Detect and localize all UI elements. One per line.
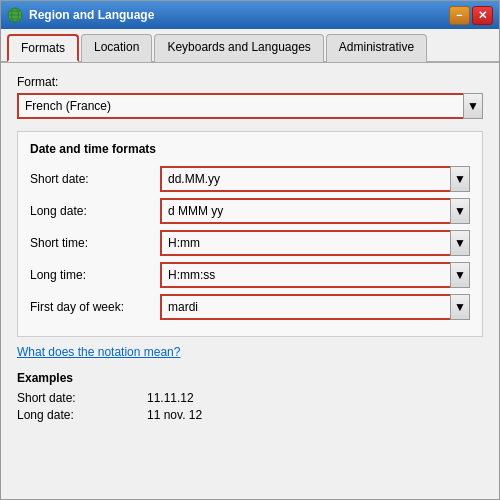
window-title: Region and Language: [29, 8, 154, 22]
title-bar: Region and Language − ✕: [1, 1, 499, 29]
examples-title: Examples: [17, 371, 483, 385]
format-dropdown[interactable]: French (France): [17, 93, 483, 119]
datetime-title: Date and time formats: [30, 142, 470, 156]
long-time-row: Long time: H:mm:ss ▼: [30, 262, 470, 288]
example-long-date: Long date: 11 nov. 12: [17, 408, 483, 422]
example-long-date-value: 11 nov. 12: [147, 408, 202, 422]
first-day-label: First day of week:: [30, 300, 160, 314]
example-short-date-value: 11.11.12: [147, 391, 194, 405]
short-time-dropdown[interactable]: H:mm: [160, 230, 470, 256]
short-time-label: Short time:: [30, 236, 160, 250]
tabs-container: Formats Location Keyboards and Languages…: [1, 29, 499, 63]
short-time-row: Short time: H:mm ▼: [30, 230, 470, 256]
long-date-row: Long date: d MMM yy ▼: [30, 198, 470, 224]
long-time-dropdown[interactable]: H:mm:ss: [160, 262, 470, 288]
long-date-label: Long date:: [30, 204, 160, 218]
globe-icon: [7, 7, 23, 23]
tab-formats[interactable]: Formats: [7, 34, 79, 62]
example-short-date: Short date: 11.11.12: [17, 391, 483, 405]
tab-location[interactable]: Location: [81, 34, 152, 62]
datetime-section: Date and time formats Short date: dd.MM.…: [17, 131, 483, 337]
short-date-row: Short date: dd.MM.yy ▼: [30, 166, 470, 192]
long-time-dropdown-wrapper: H:mm:ss ▼: [160, 262, 470, 288]
notation-link[interactable]: What does the notation mean?: [17, 345, 180, 359]
short-date-label: Short date:: [30, 172, 160, 186]
format-label: Format:: [17, 75, 483, 89]
long-date-dropdown-wrapper: d MMM yy ▼: [160, 198, 470, 224]
format-section: Format: French (France) ▼: [17, 75, 483, 119]
minimize-button[interactable]: −: [449, 6, 470, 25]
long-time-label: Long time:: [30, 268, 160, 282]
title-bar-buttons: − ✕: [449, 6, 493, 25]
title-bar-left: Region and Language: [7, 7, 154, 23]
tab-administrative[interactable]: Administrative: [326, 34, 427, 62]
example-long-date-label: Long date:: [17, 408, 147, 422]
examples-section: Examples Short date: 11.11.12 Long date:…: [17, 371, 483, 422]
content-area: Format: French (France) ▼ Date and time …: [1, 63, 499, 499]
long-date-dropdown[interactable]: d MMM yy: [160, 198, 470, 224]
first-day-row: First day of week: mardi ▼: [30, 294, 470, 320]
close-button[interactable]: ✕: [472, 6, 493, 25]
window: Region and Language − ✕ Formats Location…: [0, 0, 500, 500]
tab-keyboards[interactable]: Keyboards and Languages: [154, 34, 323, 62]
example-short-date-label: Short date:: [17, 391, 147, 405]
short-time-dropdown-wrapper: H:mm ▼: [160, 230, 470, 256]
first-day-dropdown[interactable]: mardi: [160, 294, 470, 320]
short-date-dropdown[interactable]: dd.MM.yy: [160, 166, 470, 192]
format-dropdown-wrapper: French (France) ▼: [17, 93, 483, 119]
first-day-dropdown-wrapper: mardi ▼: [160, 294, 470, 320]
short-date-dropdown-wrapper: dd.MM.yy ▼: [160, 166, 470, 192]
